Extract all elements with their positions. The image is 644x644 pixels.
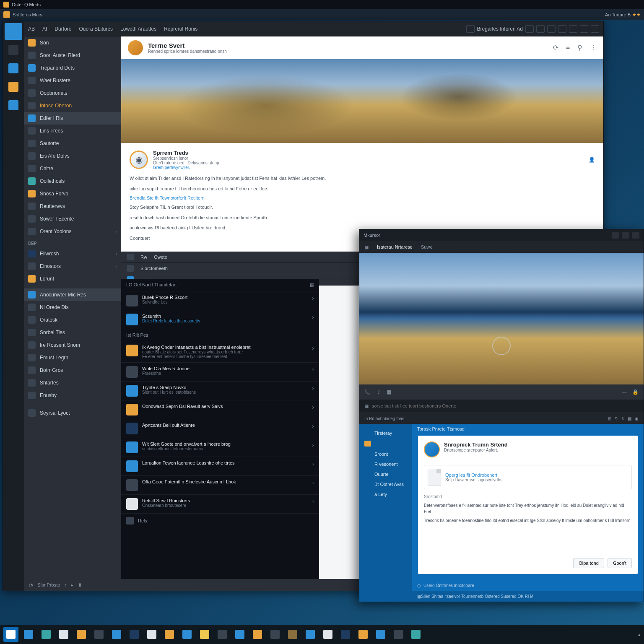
taskbar-app-6[interactable] — [127, 627, 142, 642]
sidebar-item[interactable]: Botrr Gros — [24, 364, 121, 377]
sw-path-icon-5[interactable]: ◉ — [635, 416, 639, 421]
sw-tabs-icon[interactable]: ▦ — [364, 244, 369, 250]
taskbar-app-20[interactable] — [373, 627, 388, 642]
menu-item-1[interactable]: AI — [42, 26, 47, 32]
taskbar-app-1[interactable] — [39, 627, 54, 642]
sw-close-button[interactable] — [632, 232, 639, 239]
taskbar-app-18[interactable] — [338, 627, 353, 642]
feed-item[interactable]: Oondwasd Seprn Dsl Ravult aerv Salvs› — [121, 400, 319, 419]
menu-sq-7[interactable] — [591, 25, 599, 33]
sidebar-item[interactable]: Sautorte — [24, 137, 121, 150]
taskbar-app-15[interactable] — [285, 627, 300, 642]
sidebar-item[interactable]: Nl Orede Dis — [24, 301, 121, 314]
start-button[interactable] — [3, 627, 18, 642]
rail-settings[interactable] — [5, 97, 22, 114]
feed-item-more-icon[interactable]: › — [312, 498, 314, 510]
sw-tab-2[interactable]: Suwe — [421, 244, 433, 249]
sidebar-item[interactable]: Intose Oberon — [24, 99, 121, 112]
ew-sidebar-item[interactable] — [363, 438, 409, 449]
status-icon-3[interactable]: ⏸ — [78, 582, 82, 587]
feed-item-more-icon[interactable]: › — [312, 441, 314, 453]
sidebar-item[interactable]: Trepanord Dets — [24, 62, 121, 74]
sidebar-item[interactable]: Ire Rossent Snom — [24, 339, 121, 351]
sw-text-input[interactable] — [372, 403, 639, 408]
rail-music[interactable] — [5, 78, 22, 95]
sidebar-item[interactable]: Emust Legrn — [24, 351, 121, 364]
sidebar-item[interactable]: Soorl Austel Rierd — [24, 49, 121, 62]
sidebar-item[interactable]: Cnitre — [24, 162, 121, 175]
person-icon[interactable]: 👤 — [589, 157, 595, 163]
feed-item-more-icon[interactable]: › — [312, 385, 314, 397]
tray-icon[interactable]: ▴ — [638, 632, 641, 637]
sidebar-item[interactable]: Orent Yoolons› — [24, 225, 121, 238]
sidebar-item[interactable]: Lorunt — [24, 273, 121, 285]
taskbar-app-9[interactable] — [179, 627, 195, 642]
sidebar-item[interactable]: Son — [24, 36, 121, 49]
menu-sq-4[interactable] — [558, 25, 566, 33]
rail-files[interactable] — [5, 60, 22, 77]
feed-footer-label[interactable]: Hels — [138, 518, 147, 523]
menu-sq-1[interactable] — [525, 25, 534, 33]
taskbar-app-21[interactable] — [391, 627, 406, 642]
sw-path-icon-1[interactable]: ⊞ — [608, 416, 611, 421]
taskbar-app-12[interactable] — [232, 627, 247, 642]
ew-button-1[interactable]: Olpa tond — [573, 558, 604, 568]
sw-max-button[interactable] — [622, 232, 629, 239]
sidebar-item[interactable]: Lins Trees — [24, 125, 121, 137]
menu-sq-6[interactable] — [580, 25, 588, 33]
feed-item-more-icon[interactable]: › — [312, 314, 314, 325]
menu-sq-5[interactable] — [569, 25, 577, 33]
taskbar-app-13[interactable] — [250, 627, 265, 642]
taskbar-app-14[interactable] — [267, 627, 283, 642]
sw-path-icon-4[interactable]: ▦ — [628, 416, 631, 421]
feed-item[interactable]: Lorualton Tewen laoranee Loushire ohe tt… — [121, 457, 319, 476]
sw-tab-1[interactable]: Isaterau Nrtarese — [377, 244, 413, 249]
feed-item[interactable]: Burek Pnoce R SscortSulvndhe Les› — [121, 291, 319, 310]
menu-item-5[interactable]: Reprerol Ronis — [164, 26, 197, 32]
menu-item-3[interactable]: Ouera SLitures — [79, 26, 113, 32]
refresh-icon[interactable]: ⟳ — [553, 44, 558, 52]
taskbar-app-22[interactable] — [408, 627, 423, 642]
status-icon-2[interactable]: ▸ — [71, 582, 73, 588]
status-icon-1[interactable]: ♪ — [64, 582, 67, 587]
sw-tool-share-icon[interactable]: ⇪ — [377, 389, 381, 395]
sidebar-item[interactable]: Seyrsal Lyoct — [24, 407, 121, 419]
feed-item-more-icon[interactable]: › — [312, 404, 314, 415]
sw-tool-grid-icon[interactable]: ▦ — [387, 389, 391, 395]
feed-item-more-icon[interactable]: › — [312, 423, 314, 434]
ew-sidebar-item[interactable]: Ouurte — [363, 469, 409, 479]
sidebar-item[interactable]: Eis Afe Dolvs — [24, 150, 121, 162]
taskbar-app-17[interactable] — [320, 627, 335, 642]
sidebar-item[interactable]: Einostors› — [24, 260, 121, 273]
sw-tool-phone-icon[interactable]: 📞 — [364, 389, 371, 395]
sidebar-item[interactable]: Sower I Ecerite — [24, 213, 121, 225]
search-icon[interactable]: ⚲ — [577, 44, 582, 52]
sw-tool-dash-icon[interactable]: — — [622, 389, 627, 395]
taskbar-app-4[interactable] — [91, 627, 106, 642]
sidebar-item[interactable]: Ellwrosh› — [24, 247, 121, 260]
ew-sidebar-item[interactable]: Tirsteray — [363, 428, 409, 438]
taskbar-app-3[interactable] — [74, 627, 89, 642]
sidebar-item[interactable]: Shtartes — [24, 377, 121, 389]
post-link-1[interactable]: Brendia Ste fit Townotorferlt Retiltern — [130, 195, 595, 200]
rail-store[interactable] — [5, 42, 22, 58]
taskbar-app-19[interactable] — [356, 627, 371, 642]
sidebar-item[interactable]: Oollethosls — [24, 175, 121, 187]
feed-item-more-icon[interactable]: › — [312, 460, 314, 472]
taskbar-app-2[interactable] — [56, 627, 71, 642]
feed-item-more-icon[interactable]: › — [312, 295, 314, 306]
menu-sq-2[interactable] — [536, 25, 545, 33]
tr-icon-1[interactable] — [127, 254, 134, 260]
sidebar-item[interactable]: Anocunwter Mic Res — [24, 288, 121, 301]
taskbar-app-8[interactable] — [162, 627, 177, 642]
taskbar-app-5[interactable] — [109, 627, 124, 642]
sidebar-item[interactable]: Reutterwvs — [24, 200, 121, 213]
menu-sq-3[interactable] — [547, 25, 556, 33]
menu-item-4[interactable]: Loweth Arauttes — [120, 26, 156, 32]
tr-label-2[interactable]: Slorctomeeth — [140, 266, 168, 271]
taskbar-app-16[interactable] — [303, 627, 318, 642]
menu-sq-0[interactable] — [466, 25, 475, 33]
sidebar-item[interactable]: Snosa Forvo — [24, 187, 121, 200]
sw-path-icon-2[interactable]: ⚲ — [615, 416, 618, 421]
sw-min-button[interactable] — [612, 232, 619, 239]
